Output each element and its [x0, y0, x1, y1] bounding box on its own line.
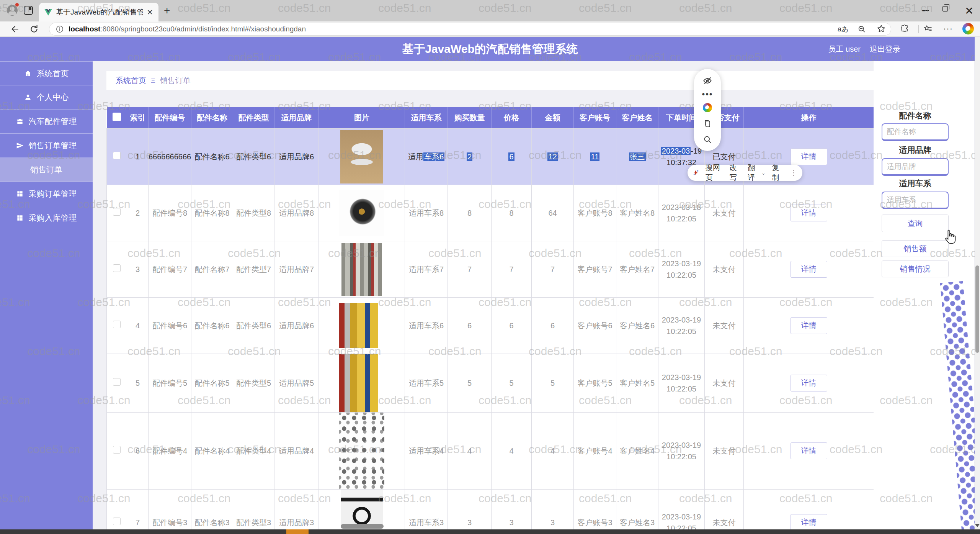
tab-close-icon[interactable]: ✕	[147, 8, 153, 17]
column-header[interactable]: 图片	[319, 107, 405, 128]
sidebar-item[interactable]: 采购入库管理	[0, 206, 93, 230]
sidebar-item[interactable]: 采购订单管理	[0, 182, 93, 206]
column-header[interactable]: 客户账号	[574, 107, 616, 128]
column-header[interactable]: 配件编号	[149, 107, 191, 128]
column-header[interactable]: 金额	[532, 107, 574, 128]
translate-page-icon[interactable]: aあ	[838, 25, 848, 34]
table-row: 2配件编号8配件名称8配件类型8适用品牌8适用车系88864客户账号8客户姓名8…	[107, 185, 874, 241]
detail-button[interactable]: 详情	[791, 261, 827, 278]
query-button[interactable]: 查询	[882, 215, 949, 232]
app-header: 基于JavaWeb的汽配销售管理系统 员工 user 退出登录	[0, 37, 980, 61]
address-bar[interactable]: localhost:8080/springboot23cu0/admin/dis…	[49, 23, 891, 36]
row-checkbox[interactable]	[113, 152, 121, 159]
search-web-button[interactable]: 搜网页	[706, 163, 723, 183]
table-row: 7配件编号3配件名称3配件类型3适用品牌3适用车系3333客户账号3客户姓名32…	[107, 489, 874, 529]
product-image	[341, 243, 382, 296]
filter-label-series: 适用车系	[882, 178, 949, 189]
column-header[interactable]: 价格	[492, 107, 532, 128]
detail-button[interactable]: 详情	[791, 317, 827, 334]
search-icon[interactable]	[703, 135, 712, 144]
collections-icon[interactable]	[923, 24, 933, 33]
detail-button[interactable]: 详情	[791, 375, 827, 391]
column-header[interactable]: 客户姓名	[616, 107, 658, 128]
restore-icon[interactable]	[942, 6, 948, 11]
zoom-out-icon[interactable]	[858, 25, 866, 33]
new-tab-button[interactable]: +	[164, 5, 170, 17]
sidebar-item[interactable]: 销售订单	[0, 158, 93, 182]
favorite-star-icon[interactable]	[877, 24, 886, 33]
series-input[interactable]	[882, 192, 949, 209]
minimize-icon[interactable]	[922, 10, 929, 11]
url-text: localhost:8080/springboot23cu0/admin/dis…	[69, 25, 306, 33]
user-role-label: 员工 user	[828, 44, 861, 54]
sidebar-item[interactable]: 系统首页	[0, 61, 93, 85]
sales-amount-button[interactable]: 销售额	[882, 240, 949, 257]
user-icon	[24, 93, 32, 101]
scrollbar-down-arrow[interactable]	[975, 524, 980, 527]
settings-more-icon[interactable]: ···	[943, 24, 953, 34]
column-header[interactable]: 索引	[127, 107, 149, 128]
row-checkbox[interactable]	[113, 321, 121, 328]
vue-logo-icon	[44, 9, 52, 16]
detail-button[interactable]: 详情	[791, 148, 827, 165]
copy-icon[interactable]	[703, 119, 712, 128]
screen: 基于JavaWeb的汽配销售管理系统 ✕ + ✕ localhost:8080/…	[0, 0, 980, 534]
sidebar-item[interactable]: 汽车配件管理	[0, 110, 93, 134]
brand-input[interactable]	[882, 158, 949, 176]
row-checkbox[interactable]	[113, 208, 121, 216]
info-icon[interactable]	[56, 25, 64, 33]
close-icon[interactable]: ✕	[965, 5, 973, 17]
sidebar-item-label: 采购订单管理	[29, 188, 77, 199]
select-all-checkbox[interactable]	[113, 113, 121, 121]
chevron-down-icon[interactable]: ⌄	[761, 170, 766, 176]
product-image	[339, 413, 384, 489]
rewrite-button[interactable]: 改写	[730, 163, 741, 183]
horizontal-scrollbar-thumb[interactable]	[341, 524, 384, 529]
row-checkbox[interactable]	[113, 378, 121, 386]
breadcrumb-separator-icon: Ξ	[151, 77, 155, 85]
sidebar-item[interactable]: 销售订单管理	[0, 134, 93, 158]
column-header[interactable]: 操作	[744, 107, 874, 128]
copy-button[interactable]: 复制	[772, 163, 784, 183]
toolbar-more-icon[interactable]: ⋮	[790, 169, 797, 177]
part-name-input[interactable]	[882, 123, 949, 141]
sales-status-button[interactable]: 销售情况	[882, 260, 949, 277]
logout-link[interactable]: 退出登录	[870, 44, 900, 54]
detail-button[interactable]: 详情	[791, 442, 827, 459]
column-header[interactable]: 适用车系	[405, 107, 448, 128]
browser-tab[interactable]: 基于JavaWeb的汽配销售管理系统 ✕	[39, 3, 158, 21]
breadcrumb: 系统首页 Ξ 销售订单	[106, 71, 959, 90]
column-header[interactable]: 适用品牌	[274, 107, 319, 128]
row-checkbox[interactable]	[113, 446, 121, 454]
product-image	[339, 303, 385, 348]
detail-button[interactable]: 详情	[791, 514, 827, 530]
sidebar-item-label: 系统首页	[37, 68, 69, 79]
copilot-icon[interactable]	[962, 23, 974, 34]
back-icon[interactable]	[9, 24, 19, 34]
column-header[interactable]: 配件名称	[191, 107, 233, 128]
detail-button[interactable]: 详情	[791, 205, 827, 221]
table-row: 4配件编号6配件名称6配件类型6适用品牌6适用车系6666客户账号6客户姓名62…	[107, 297, 874, 354]
column-header[interactable]: 配件类型	[233, 107, 274, 128]
sidebar-item[interactable]: 个人中心	[0, 85, 93, 110]
taskbar-app-icon[interactable]	[286, 529, 309, 534]
vertical-scrollbar[interactable]	[975, 37, 980, 529]
copilot-icon[interactable]	[703, 103, 712, 112]
refresh-icon[interactable]	[29, 24, 39, 34]
product-image	[340, 130, 383, 183]
more-options-icon[interactable]: •••	[702, 92, 713, 96]
row-checkbox[interactable]	[113, 518, 121, 525]
column-header[interactable]: 购买数量	[448, 107, 492, 128]
table-row: 3配件编号7配件名称7配件类型7适用品牌7适用车系7777客户账号7客户姓名72…	[107, 241, 874, 297]
row-checkbox[interactable]	[113, 264, 121, 272]
breadcrumb-home[interactable]: 系统首页	[116, 75, 146, 86]
breadcrumb-current: 销售订单	[160, 75, 191, 86]
extensions-icon[interactable]	[900, 24, 910, 33]
sidebar-item-label: 销售订单管理	[29, 140, 77, 151]
hide-icon[interactable]	[702, 76, 712, 86]
vertical-scrollbar-thumb[interactable]	[975, 265, 979, 353]
sidebar-item-label: 汽车配件管理	[29, 116, 77, 127]
profile-avatar[interactable]	[7, 5, 18, 16]
translate-button[interactable]: 翻译	[748, 163, 759, 183]
tab-actions-icon[interactable]	[24, 6, 33, 15]
